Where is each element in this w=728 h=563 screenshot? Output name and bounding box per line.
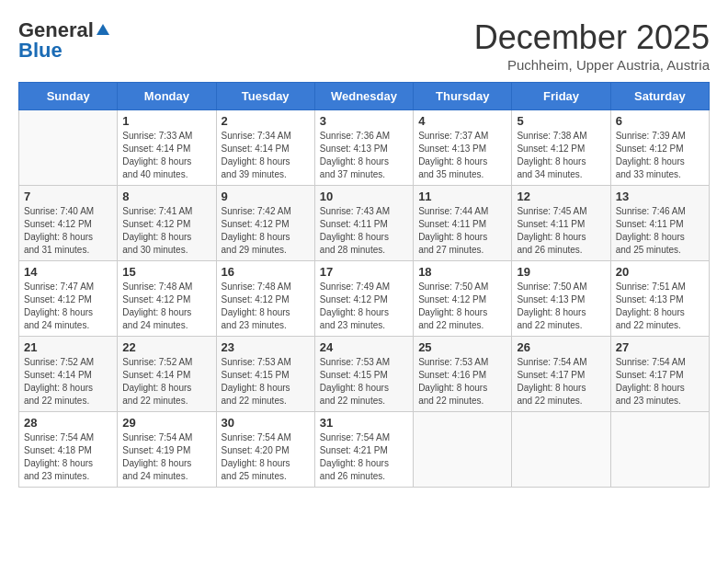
calendar-cell xyxy=(19,110,118,186)
calendar-cell: 11Sunrise: 7:44 AM Sunset: 4:11 PM Dayli… xyxy=(414,186,512,261)
day-number: 6 xyxy=(616,114,704,128)
title-area: December 2025 Puchheim, Upper Austria, A… xyxy=(474,18,710,73)
day-number: 15 xyxy=(122,265,210,279)
day-info: Sunrise: 7:47 AM Sunset: 4:12 PM Dayligh… xyxy=(24,281,112,332)
calendar-cell: 17Sunrise: 7:49 AM Sunset: 4:12 PM Dayli… xyxy=(314,261,413,337)
svg-marker-0 xyxy=(97,24,109,35)
day-number: 26 xyxy=(517,340,605,354)
day-info: Sunrise: 7:34 AM Sunset: 4:14 PM Dayligh… xyxy=(222,130,310,181)
calendar-cell: 9Sunrise: 7:42 AM Sunset: 4:12 PM Daylig… xyxy=(216,186,314,261)
day-number: 24 xyxy=(320,340,408,354)
day-number: 7 xyxy=(24,190,112,203)
weekday-header-wednesday: Wednesday xyxy=(314,83,413,110)
calendar-cell: 27Sunrise: 7:54 AM Sunset: 4:17 PM Dayli… xyxy=(610,337,709,412)
day-info: Sunrise: 7:50 AM Sunset: 4:13 PM Dayligh… xyxy=(517,281,605,332)
day-info: Sunrise: 7:54 AM Sunset: 4:17 PM Dayligh… xyxy=(517,356,605,408)
calendar-table: SundayMondayTuesdayWednesdayThursdayFrid… xyxy=(18,82,710,488)
calendar-cell: 5Sunrise: 7:38 AM Sunset: 4:12 PM Daylig… xyxy=(512,110,610,186)
calendar-week-row: 28Sunrise: 7:54 AM Sunset: 4:18 PM Dayli… xyxy=(19,412,710,488)
day-number: 19 xyxy=(517,265,605,279)
day-info: Sunrise: 7:33 AM Sunset: 4:14 PM Dayligh… xyxy=(122,130,210,181)
logo: General Blue xyxy=(18,18,111,63)
day-number: 23 xyxy=(222,340,310,354)
day-info: Sunrise: 7:54 AM Sunset: 4:20 PM Dayligh… xyxy=(222,431,310,483)
day-info: Sunrise: 7:41 AM Sunset: 4:12 PM Dayligh… xyxy=(122,205,210,257)
calendar-week-row: 14Sunrise: 7:47 AM Sunset: 4:12 PM Dayli… xyxy=(19,261,710,337)
day-number: 11 xyxy=(418,190,506,203)
calendar-cell: 12Sunrise: 7:45 AM Sunset: 4:11 PM Dayli… xyxy=(512,186,610,261)
calendar-cell: 28Sunrise: 7:54 AM Sunset: 4:18 PM Dayli… xyxy=(19,412,118,488)
calendar-cell xyxy=(610,412,709,488)
calendar-cell: 20Sunrise: 7:51 AM Sunset: 4:13 PM Dayli… xyxy=(610,261,709,337)
weekday-header-friday: Friday xyxy=(512,83,610,110)
day-info: Sunrise: 7:40 AM Sunset: 4:12 PM Dayligh… xyxy=(24,205,112,257)
day-info: Sunrise: 7:44 AM Sunset: 4:11 PM Dayligh… xyxy=(418,205,506,257)
calendar-cell: 4Sunrise: 7:37 AM Sunset: 4:13 PM Daylig… xyxy=(414,110,512,186)
calendar-cell: 24Sunrise: 7:53 AM Sunset: 4:15 PM Dayli… xyxy=(314,337,413,412)
day-info: Sunrise: 7:54 AM Sunset: 4:21 PM Dayligh… xyxy=(320,431,408,483)
day-number: 29 xyxy=(122,416,210,430)
day-info: Sunrise: 7:43 AM Sunset: 4:11 PM Dayligh… xyxy=(320,205,408,257)
day-number: 14 xyxy=(24,265,112,279)
day-number: 10 xyxy=(320,190,408,203)
day-number: 25 xyxy=(418,340,506,354)
weekday-header-monday: Monday xyxy=(118,83,216,110)
page-header: General Blue December 2025 Puchheim, Upp… xyxy=(18,18,710,73)
day-info: Sunrise: 7:51 AM Sunset: 4:13 PM Dayligh… xyxy=(616,281,704,332)
weekday-header-saturday: Saturday xyxy=(610,83,709,110)
day-info: Sunrise: 7:46 AM Sunset: 4:11 PM Dayligh… xyxy=(616,205,704,257)
calendar-cell: 22Sunrise: 7:52 AM Sunset: 4:14 PM Dayli… xyxy=(118,337,216,412)
calendar-cell: 25Sunrise: 7:53 AM Sunset: 4:16 PM Dayli… xyxy=(414,337,512,412)
calendar-cell: 21Sunrise: 7:52 AM Sunset: 4:14 PM Dayli… xyxy=(19,337,118,412)
calendar-week-row: 1Sunrise: 7:33 AM Sunset: 4:14 PM Daylig… xyxy=(19,110,710,186)
calendar-week-row: 21Sunrise: 7:52 AM Sunset: 4:14 PM Dayli… xyxy=(19,337,710,412)
day-number: 31 xyxy=(320,416,408,430)
day-info: Sunrise: 7:50 AM Sunset: 4:12 PM Dayligh… xyxy=(418,281,506,332)
calendar-cell: 16Sunrise: 7:48 AM Sunset: 4:12 PM Dayli… xyxy=(216,261,314,337)
calendar-cell: 15Sunrise: 7:48 AM Sunset: 4:12 PM Dayli… xyxy=(118,261,216,337)
day-number: 5 xyxy=(517,114,605,128)
calendar-cell: 26Sunrise: 7:54 AM Sunset: 4:17 PM Dayli… xyxy=(512,337,610,412)
day-number: 22 xyxy=(122,340,210,354)
day-info: Sunrise: 7:54 AM Sunset: 4:18 PM Dayligh… xyxy=(24,431,112,483)
day-info: Sunrise: 7:48 AM Sunset: 4:12 PM Dayligh… xyxy=(222,281,310,332)
calendar-cell: 10Sunrise: 7:43 AM Sunset: 4:11 PM Dayli… xyxy=(314,186,413,261)
calendar-cell: 30Sunrise: 7:54 AM Sunset: 4:20 PM Dayli… xyxy=(216,412,314,488)
day-info: Sunrise: 7:39 AM Sunset: 4:12 PM Dayligh… xyxy=(616,130,704,181)
calendar-cell: 1Sunrise: 7:33 AM Sunset: 4:14 PM Daylig… xyxy=(118,110,216,186)
day-number: 17 xyxy=(320,265,408,279)
day-number: 9 xyxy=(222,190,310,203)
day-number: 8 xyxy=(122,190,210,203)
day-info: Sunrise: 7:42 AM Sunset: 4:12 PM Dayligh… xyxy=(222,205,310,257)
weekday-header-tuesday: Tuesday xyxy=(216,83,314,110)
calendar-cell: 3Sunrise: 7:36 AM Sunset: 4:13 PM Daylig… xyxy=(314,110,413,186)
day-number: 16 xyxy=(222,265,310,279)
calendar-cell: 31Sunrise: 7:54 AM Sunset: 4:21 PM Dayli… xyxy=(314,412,413,488)
day-number: 27 xyxy=(616,340,704,354)
day-number: 1 xyxy=(122,114,210,128)
day-info: Sunrise: 7:45 AM Sunset: 4:11 PM Dayligh… xyxy=(517,205,605,257)
calendar-cell: 19Sunrise: 7:50 AM Sunset: 4:13 PM Dayli… xyxy=(512,261,610,337)
calendar-cell: 6Sunrise: 7:39 AM Sunset: 4:12 PM Daylig… xyxy=(610,110,709,186)
day-info: Sunrise: 7:36 AM Sunset: 4:13 PM Dayligh… xyxy=(320,130,408,181)
calendar-cell: 2Sunrise: 7:34 AM Sunset: 4:14 PM Daylig… xyxy=(216,110,314,186)
day-number: 20 xyxy=(616,265,704,279)
logo-icon xyxy=(95,22,111,39)
day-info: Sunrise: 7:53 AM Sunset: 4:15 PM Dayligh… xyxy=(320,356,408,408)
day-number: 18 xyxy=(418,265,506,279)
day-info: Sunrise: 7:54 AM Sunset: 4:17 PM Dayligh… xyxy=(616,356,704,408)
weekday-header-sunday: Sunday xyxy=(19,83,118,110)
calendar-cell: 18Sunrise: 7:50 AM Sunset: 4:12 PM Dayli… xyxy=(414,261,512,337)
weekday-header-row: SundayMondayTuesdayWednesdayThursdayFrid… xyxy=(19,83,710,110)
calendar-cell xyxy=(414,412,512,488)
day-number: 4 xyxy=(418,114,506,128)
calendar-week-row: 7Sunrise: 7:40 AM Sunset: 4:12 PM Daylig… xyxy=(19,186,710,261)
day-info: Sunrise: 7:38 AM Sunset: 4:12 PM Dayligh… xyxy=(517,130,605,181)
day-info: Sunrise: 7:54 AM Sunset: 4:19 PM Dayligh… xyxy=(122,431,210,483)
calendar-cell xyxy=(512,412,610,488)
weekday-header-thursday: Thursday xyxy=(414,83,512,110)
calendar-cell: 8Sunrise: 7:41 AM Sunset: 4:12 PM Daylig… xyxy=(118,186,216,261)
logo-blue: Blue xyxy=(18,39,63,63)
location-subtitle: Puchheim, Upper Austria, Austria xyxy=(474,57,710,73)
day-info: Sunrise: 7:53 AM Sunset: 4:16 PM Dayligh… xyxy=(418,356,506,408)
